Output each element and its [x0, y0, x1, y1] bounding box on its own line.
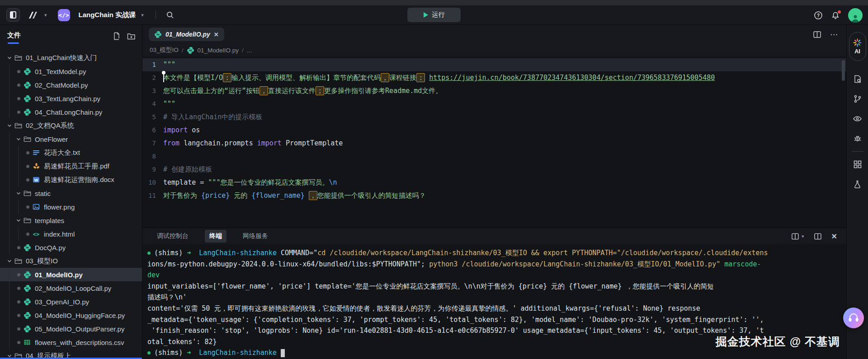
new-file-icon[interactable] [113, 32, 121, 40]
chevron-down-icon[interactable] [14, 218, 23, 223]
terminal-token: ➜ [187, 249, 199, 257]
tree-item-01_LangChain快速入门[interactable]: 01_LangChain快速入门 [0, 51, 142, 65]
extensions-grid-icon[interactable] [847, 154, 868, 174]
tree-item-易速鲜花员工手册.pdf[interactable]: 易速鲜花员工手册.pdf [0, 159, 142, 173]
editor-tab[interactable]: 01_ModelIO.py ✕ [149, 28, 224, 41]
breadcrumb-item[interactable]: 01_ModelIO.py [198, 47, 239, 54]
project-chevron-down-icon[interactable]: ▾ [141, 12, 144, 18]
breadcrumb-item[interactable]: 03_模型IO [150, 46, 179, 54]
tree-item-05_ModelIO_OutputParser.py[interactable]: 05_ModelIO_OutputParser.py [0, 322, 142, 336]
project-name[interactable]: LangChain 实战课 [79, 11, 136, 19]
split-panel-dropdown-icon[interactable]: ▾ [792, 233, 804, 240]
code-token: ； [316, 86, 324, 95]
code-token [305, 191, 309, 200]
tree-item-易速鲜花运营指南.docx[interactable]: W易速鲜花运营指南.docx [0, 173, 142, 186]
tab-close-icon[interactable]: ✕ [214, 31, 219, 38]
user-avatar[interactable] [848, 8, 863, 23]
line-number: 1 [142, 58, 159, 71]
svg-text:<>: <> [33, 231, 39, 238]
breadcrumb-separator: / [242, 47, 244, 54]
file-status-dot [14, 273, 23, 276]
search-icon[interactable] [166, 11, 174, 19]
run-button[interactable]: 运行 [407, 8, 461, 22]
panel-close-icon[interactable]: ✕ [831, 232, 837, 241]
tree-item-04_ChatLongChain.py[interactable]: 04_ChatLongChain.py [0, 105, 142, 119]
indent-guide [9, 241, 9, 254]
chevron-down-icon[interactable] [5, 123, 14, 128]
tree-item-04_ModelIO_HuggingFace.py[interactable]: 04_ModelIO_HuggingFace.py [0, 308, 142, 322]
tree-item-label: 04_ChatLongChain.py [35, 108, 102, 116]
tree-item-03_OpenAI_IO.py[interactable]: 03_OpenAI_IO.py [0, 295, 142, 308]
test-flask-icon[interactable] [847, 174, 868, 194]
line-number: 5 [142, 111, 159, 124]
terminal-line: input_variables=['flower_name', 'price']… [147, 281, 846, 292]
explorer-title[interactable]: 文件 [7, 31, 21, 40]
terminal-line: (shims) ➜ LangChain-shizhanke [147, 347, 846, 359]
tree-item-01_TextModel.py[interactable]: 01_TextModel.py [0, 65, 142, 78]
breadcrumb[interactable]: 03_模型IO/01_ModelIO.py/... [142, 44, 846, 56]
assistant-bubble-button[interactable] [843, 308, 864, 328]
chevron-down-icon[interactable] [5, 55, 14, 61]
more-actions-icon[interactable]: ⋯ [830, 30, 838, 39]
chevron-down-icon[interactable] [14, 136, 23, 142]
tree-item-02_ModelIO_LoopCall.py[interactable]: 02_ModelIO_LoopCall.py [0, 281, 142, 295]
chevron-down-icon[interactable] [14, 191, 23, 196]
tree-item-花语大全.txt[interactable]: 花语大全.txt [0, 146, 142, 159]
editor-scrollbar-thumb[interactable] [842, 60, 845, 81]
tree-item-03_TextLangChain.py[interactable]: 03_TextLangChain.py [0, 92, 142, 105]
tree-item-03_模型IO[interactable]: 03_模型IO [0, 254, 142, 268]
help-icon[interactable]: ? [814, 11, 823, 20]
file-search-icon[interactable] [847, 69, 868, 89]
preview-eye-icon[interactable] [847, 109, 868, 129]
ai-assistant-button[interactable]: AI [849, 32, 866, 61]
panel-tab-终端[interactable]: 终端 [205, 230, 226, 242]
editor-tabbar: 01_ModelIO.py ✕ ⋯ [142, 25, 846, 44]
tree-item-DocQA.py[interactable]: DocQA.py [0, 241, 142, 254]
code-line-2: 2本文件是【模型I/O：输入提示、调用模型、解析输出】章节的配套代码，课程链接：… [142, 71, 846, 84]
file-status-dot [24, 178, 32, 182]
tree-item-label: 花语大全.txt [44, 149, 80, 157]
breadcrumb-item[interactable]: ... [247, 47, 252, 54]
code-token: # 导入LangChain中的提示模板 [163, 113, 262, 121]
tree-item-flower.png[interactable]: flower.png [0, 200, 142, 214]
tree-item-01_ModelIO.py[interactable]: 01_ModelIO.py [0, 268, 142, 281]
python-icon [23, 312, 32, 319]
panel-tab-调试控制台[interactable]: 调试控制台 [152, 230, 193, 242]
tree-item-index.html[interactable]: <>index.html [0, 227, 142, 241]
tree-item-label: OneFlower [35, 135, 68, 143]
code-editor[interactable]: 1"""2本文件是【模型I/O：输入提示、调用模型、解析输出】章节的配套代码，课… [142, 56, 846, 228]
tree-item-label: flower.png [44, 203, 75, 211]
tree-item-templates[interactable]: templates [0, 214, 142, 227]
txt-icon [32, 149, 41, 156]
tree-item-label: 01_ModelIO.py [35, 271, 83, 279]
file-status-dot [14, 300, 23, 303]
pdf-icon [32, 163, 41, 170]
project-badge-icon: </> [58, 9, 70, 21]
sidebar-toggle-button[interactable] [6, 8, 20, 22]
code-link[interactable]: https://juejin.cn/book/73877023474361303… [429, 74, 715, 82]
line-number: 11 [142, 189, 159, 202]
split-editor-icon[interactable] [813, 31, 821, 38]
new-folder-icon[interactable] [127, 32, 136, 40]
notifications-bell-icon[interactable] [831, 11, 840, 20]
logo-chevron-down-icon[interactable]: ▾ [44, 12, 47, 18]
tree-item-static[interactable]: static [0, 186, 142, 200]
terminal-token: LangChain-shizhanke [199, 249, 281, 257]
terminal-token: 'finish_reason': 'stop', 'logprobs': Non… [147, 326, 764, 335]
tree-item-label: templates [35, 217, 64, 224]
editor-area: 01_ModelIO.py ✕ ⋯ 03_模型IO/01_ModelIO.py/… [142, 25, 846, 359]
tree-item-OneFlower[interactable]: OneFlower [0, 132, 142, 146]
tree-item-flowers_with_descriptions.csv[interactable]: flowers_with_descriptions.csv [0, 336, 142, 349]
source-control-icon[interactable] [847, 89, 868, 109]
terminal-token: dev [147, 271, 160, 279]
indent-guide [9, 92, 9, 105]
tree-item-02_文档QA系统[interactable]: 02_文档QA系统 [0, 119, 142, 132]
marscode-logo[interactable] [27, 10, 39, 19]
debug-bug-icon[interactable] [847, 129, 868, 149]
tree-item-02_ChatModel.py[interactable]: 02_ChatModel.py [0, 78, 142, 92]
panel-tab-网络服务[interactable]: 网络服务 [238, 230, 273, 242]
split-panel-icon[interactable] [814, 233, 821, 240]
chevron-down-icon[interactable] [5, 258, 14, 264]
tree-item-label: 易速鲜花运营指南.docx [44, 176, 114, 184]
python-icon [154, 31, 162, 38]
